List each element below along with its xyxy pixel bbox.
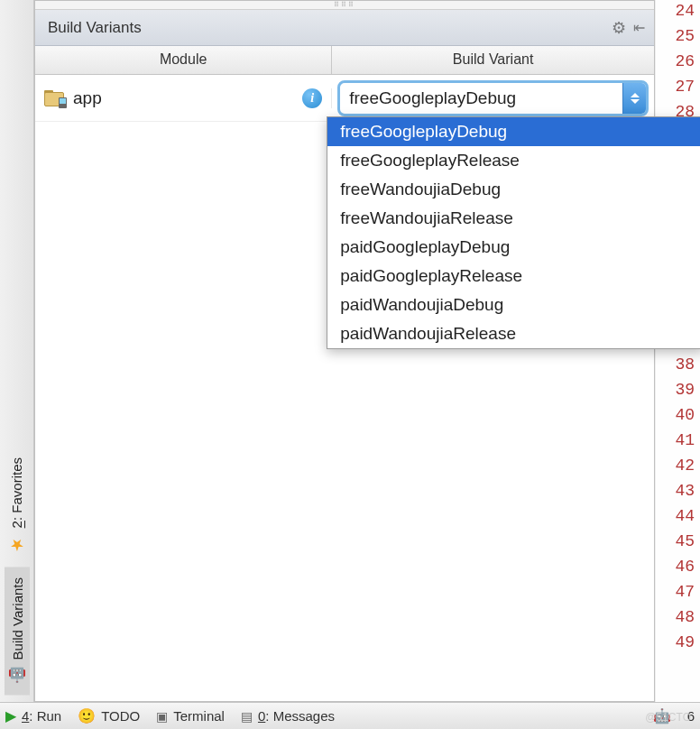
- module-folder-icon: [44, 90, 64, 106]
- gutter-line: 39: [656, 381, 700, 406]
- table-row: app i freeGoogleplayDebug freeGoogleplay…: [35, 75, 654, 122]
- gutter-line: 26: [656, 52, 700, 78]
- build-variants-panel: ⠿⠿⠿ Build Variants ⚙ ⇤ Module Build Vari…: [34, 0, 655, 702]
- android-icon: 🤖: [8, 667, 26, 684]
- gutter-line: 25: [656, 27, 700, 52]
- info-icon[interactable]: i: [302, 88, 322, 108]
- combobox-stepper-icon[interactable]: [622, 83, 646, 114]
- left-tool-rail: ★ 2: Favorites 🤖 Build Variants: [0, 0, 34, 702]
- gutter-line: 44: [656, 507, 700, 532]
- run-icon: ▶: [5, 707, 16, 724]
- bottom-terminal-label: Terminal: [173, 708, 225, 724]
- column-header-variant: Build Variant: [332, 46, 654, 74]
- rail-favorites-label: 2: Favorites: [9, 457, 24, 528]
- gutter-line: 48: [656, 608, 700, 633]
- android-icon[interactable]: 🤖: [653, 707, 671, 724]
- column-header-module: Module: [35, 46, 332, 74]
- editor-gutter: 24 25 26 27 28 29 30 31 32 33 34 35 36 3…: [655, 0, 700, 702]
- dropdown-option[interactable]: paidWandoujiaDebug: [327, 291, 700, 319]
- rail-tab-build-variants[interactable]: 🤖 Build Variants: [5, 567, 30, 695]
- star-icon: ★: [10, 536, 24, 556]
- gutter-line: 47: [656, 583, 700, 608]
- gutter-line: 40: [656, 406, 700, 431]
- gutter-line: 27: [656, 78, 700, 103]
- gutter-line: 24: [656, 2, 700, 27]
- gutter-line: 41: [656, 431, 700, 457]
- dropdown-option[interactable]: paidWandoujiaRelease: [327, 319, 700, 348]
- bottom-todo-label: TODO: [101, 708, 140, 724]
- bottom-tab-run[interactable]: ▶ 4: Run: [5, 707, 61, 724]
- gutter-line: 38: [656, 355, 700, 381]
- dropdown-option[interactable]: paidGoogleplayRelease: [327, 262, 700, 291]
- dropdown-option[interactable]: freeWandoujiaDebug: [327, 175, 700, 204]
- variant-combobox[interactable]: freeGoogleplayDebug: [337, 80, 649, 116]
- bottom-tab-terminal[interactable]: ▣ Terminal: [156, 708, 225, 724]
- table-header: Module Build Variant: [35, 46, 654, 75]
- panel-title: Build Variants: [48, 19, 142, 37]
- panel-header: Build Variants ⚙ ⇤: [35, 10, 654, 46]
- bottom-tail-num: 6: [687, 708, 695, 724]
- rail-tab-favorites[interactable]: ★ 2: Favorites: [5, 447, 28, 566]
- gear-icon[interactable]: ⚙: [612, 18, 626, 38]
- gutter-line: 46: [656, 558, 700, 583]
- messages-icon: ▤: [241, 709, 253, 724]
- bottom-tab-todo[interactable]: 🙂 TODO: [78, 707, 140, 724]
- dropdown-option[interactable]: paidGoogleplayDebug: [327, 233, 700, 262]
- rail-build-variants-label: Build Variants: [9, 577, 24, 660]
- bottom-run-label: 4: Run: [22, 708, 61, 724]
- module-cell: app i: [35, 88, 332, 108]
- variant-cell: freeGoogleplayDebug freeGoogleplayDebug …: [332, 80, 654, 116]
- module-name: app: [73, 88, 102, 108]
- variant-dropdown: freeGoogleplayDebug freeGoogleplayReleas…: [327, 116, 700, 349]
- todo-icon: 🙂: [78, 707, 96, 724]
- bottom-tab-messages[interactable]: ▤ 0: Messages: [241, 708, 335, 724]
- terminal-icon: ▣: [156, 709, 168, 724]
- dropdown-option[interactable]: freeGoogleplayDebug: [327, 117, 700, 146]
- gutter-line: 43: [656, 482, 700, 507]
- gutter-line: 45: [656, 532, 700, 558]
- bottom-messages-label: 0: Messages: [258, 708, 335, 724]
- hide-panel-icon[interactable]: ⇤: [633, 19, 645, 36]
- bottom-tool-bar: ▶ 4: Run 🙂 TODO ▣ Terminal ▤ 0: Messages…: [0, 702, 700, 729]
- panel-drag-handle[interactable]: ⠿⠿⠿: [35, 1, 654, 10]
- gutter-line: 49: [656, 633, 700, 659]
- gutter-line: 42: [656, 457, 700, 482]
- variant-selected-value: freeGoogleplayDebug: [349, 88, 622, 108]
- panel-tools: ⚙ ⇤: [612, 18, 645, 38]
- dropdown-option[interactable]: freeGoogleplayRelease: [327, 146, 700, 175]
- dropdown-option[interactable]: freeWandoujiaRelease: [327, 204, 700, 233]
